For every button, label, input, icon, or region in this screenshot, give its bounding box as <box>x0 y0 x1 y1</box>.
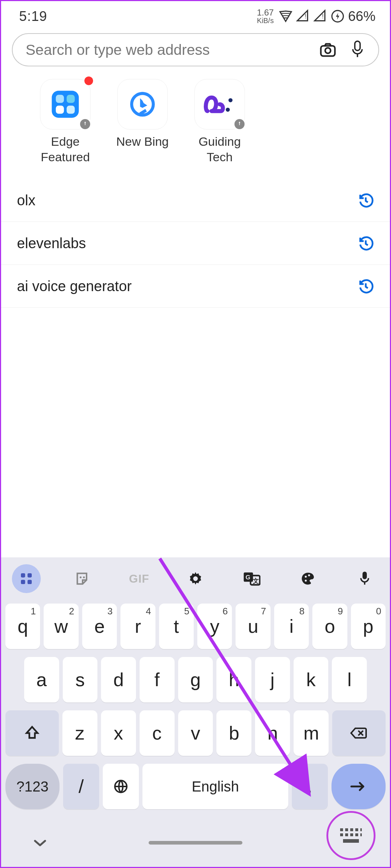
svg-rect-39 <box>355 833 358 836</box>
svg-rect-33 <box>350 828 353 831</box>
keyboard-icon <box>338 825 364 846</box>
collapse-keyboard-icon[interactable] <box>16 838 65 848</box>
svg-rect-6 <box>52 91 79 118</box>
slash-key[interactable]: / <box>63 764 99 809</box>
enter-key[interactable] <box>331 764 386 809</box>
svg-point-4 <box>325 48 330 53</box>
palette-icon[interactable] <box>294 564 323 593</box>
history-icon[interactable] <box>357 235 374 251</box>
spacebar-key[interactable]: English <box>142 764 288 809</box>
signal-2-icon: ! <box>313 9 327 23</box>
tile-guiding-tech[interactable]: Guiding Tech <box>187 79 252 165</box>
svg-rect-10 <box>67 106 75 114</box>
period-key[interactable]: . <box>292 764 328 809</box>
key-z[interactable]: z <box>62 710 97 756</box>
search-input[interactable] <box>26 41 318 58</box>
address-bar[interactable] <box>12 33 379 66</box>
key-b[interactable]: b <box>216 710 251 756</box>
key-x[interactable]: x <box>101 710 136 756</box>
tile-label: Guiding Tech <box>187 134 252 165</box>
key-f[interactable]: f <box>140 657 175 702</box>
camera-icon[interactable] <box>318 40 337 59</box>
tile-edge-featured[interactable]: Edge Featured <box>33 79 98 165</box>
key-t[interactable]: 5t <box>159 604 194 649</box>
svg-rect-37 <box>345 833 348 836</box>
key-m[interactable]: m <box>294 710 329 756</box>
keyboard-switch-button[interactable] <box>326 811 375 860</box>
key-y[interactable]: 6y <box>197 604 232 649</box>
tile-label: Edge Featured <box>33 134 98 165</box>
svg-text:G: G <box>246 574 250 581</box>
key-d[interactable]: d <box>101 657 136 702</box>
microphone-icon[interactable] <box>350 40 365 60</box>
svg-point-19 <box>83 577 85 578</box>
svg-point-18 <box>80 577 82 578</box>
svg-point-21 <box>193 577 198 581</box>
key-a[interactable]: a <box>24 657 59 702</box>
key-u[interactable]: 7u <box>236 604 270 649</box>
suggestion-item[interactable]: olx <box>1 179 390 222</box>
key-w[interactable]: 2w <box>44 604 78 649</box>
history-icon[interactable] <box>357 278 374 294</box>
svg-rect-38 <box>350 833 353 836</box>
key-e[interactable]: 3e <box>82 604 117 649</box>
key-l[interactable]: l <box>332 657 367 702</box>
suggestion-item[interactable]: ai voice generator <box>1 265 390 308</box>
home-pill[interactable] <box>149 841 242 845</box>
suggestion-item[interactable]: elevenlabs <box>1 222 390 265</box>
backspace-key[interactable] <box>332 710 386 756</box>
key-q[interactable]: 1q <box>5 604 40 649</box>
key-o[interactable]: 9o <box>312 604 347 649</box>
svg-rect-5 <box>355 41 360 51</box>
tile-new-bing[interactable]: New Bing <box>110 79 175 165</box>
svg-rect-32 <box>345 828 348 831</box>
svg-rect-8 <box>67 95 75 103</box>
suggestion-list: olx elevenlabs ai voice generator <box>1 175 390 308</box>
translate-icon[interactable]: G文 <box>237 564 266 593</box>
svg-rect-34 <box>355 828 358 831</box>
shift-key[interactable] <box>5 710 59 756</box>
suggestion-text: olx <box>17 192 35 209</box>
apps-grid-icon[interactable] <box>12 564 41 593</box>
symbols-key[interactable]: ?123 <box>5 764 60 809</box>
status-bar: 5:19 1.67 KiB/s ! ! 66% <box>1 1 390 28</box>
key-j[interactable]: j <box>255 657 290 702</box>
history-icon[interactable] <box>357 192 374 209</box>
nav-bar <box>1 824 390 867</box>
settings-gear-icon[interactable] <box>181 564 210 593</box>
svg-point-28 <box>305 580 307 582</box>
sticker-icon[interactable] <box>68 564 97 593</box>
key-r[interactable]: 4r <box>120 604 155 649</box>
svg-rect-16 <box>21 580 25 584</box>
key-n[interactable]: n <box>255 710 290 756</box>
svg-text:!: ! <box>305 13 306 19</box>
key-v[interactable]: v <box>178 710 213 756</box>
svg-rect-41 <box>343 839 359 843</box>
svg-rect-36 <box>340 833 343 836</box>
guiding-tech-icon <box>203 93 236 115</box>
svg-rect-14 <box>21 573 25 578</box>
gif-button[interactable]: GIF <box>125 564 154 593</box>
wifi-icon <box>279 9 293 23</box>
keyboard-toolbar: GIF G文 <box>1 557 390 597</box>
suggestion-text: ai voice generator <box>17 278 132 294</box>
quick-tiles: Edge Featured New Bing Guiding Tech <box>1 72 390 175</box>
key-i[interactable]: 8i <box>274 604 309 649</box>
bing-icon <box>128 90 157 119</box>
key-h[interactable]: h <box>216 657 251 702</box>
svg-text:文: 文 <box>253 577 259 584</box>
grid-app-icon <box>49 88 82 120</box>
svg-point-27 <box>308 574 310 577</box>
key-p[interactable]: 0p <box>351 604 386 649</box>
key-k[interactable]: k <box>294 657 329 702</box>
svg-rect-7 <box>56 95 64 103</box>
key-c[interactable]: c <box>140 710 175 756</box>
battery-percent: 66% <box>348 9 375 24</box>
pin-badge-icon <box>233 118 246 131</box>
key-s[interactable]: s <box>63 657 98 702</box>
language-key[interactable] <box>103 764 139 809</box>
mic-icon[interactable] <box>350 564 379 593</box>
notification-dot-icon <box>84 76 93 85</box>
suggestion-text: elevenlabs <box>17 235 86 251</box>
key-g[interactable]: g <box>178 657 213 702</box>
